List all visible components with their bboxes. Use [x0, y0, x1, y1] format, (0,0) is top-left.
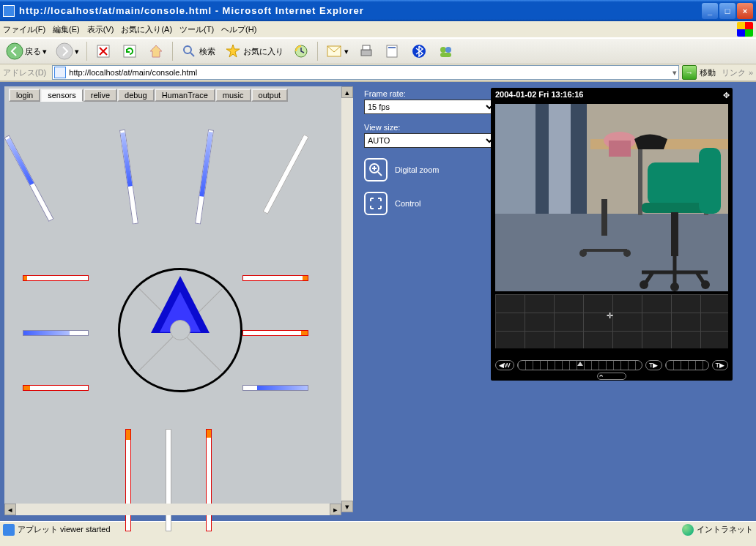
address-bar: アドレス(D) http://localhost/at/main/console…: [0, 64, 756, 82]
home-button[interactable]: [144, 41, 168, 61]
refresh-icon: [121, 42, 138, 60]
maximize-button[interactable]: □: [719, 3, 735, 19]
right-pane: Frame rate: 15 fps View size: AUTO Digit…: [355, 82, 756, 521]
go-label: 移動: [700, 67, 716, 78]
control-button[interactable]: [364, 192, 388, 215]
menu-help[interactable]: ヘルプ(H): [221, 24, 256, 35]
sensor-bar-right-1: [242, 275, 308, 281]
menu-file[interactable]: ファイル(F): [3, 24, 45, 35]
sensor-bar-right-3: [242, 385, 308, 391]
slider-marker-icon: [577, 362, 583, 366]
applet-frame: login sensors relive debug HumanTrace mu…: [4, 86, 341, 512]
edit-button[interactable]: [381, 41, 404, 61]
ie-icon: [3, 5, 15, 17]
camera-pill-button[interactable]: ⌃: [597, 373, 626, 380]
tab-bar: login sensors relive debug HumanTrace mu…: [4, 86, 341, 100]
page-icon: [54, 67, 66, 78]
sensor-bar-top-mid-right: [195, 130, 214, 225]
svg-rect-8: [361, 50, 371, 56]
horizontal-scrollbar[interactable]: ◂ ▸: [4, 504, 341, 515]
svg-rect-32: [642, 203, 706, 213]
forward-button[interactable]: ▾: [53, 41, 82, 61]
ie-status-icon: [3, 524, 15, 536]
zoom-in-icon: [368, 162, 383, 177]
close-button[interactable]: ×: [737, 3, 753, 19]
tele-button-2[interactable]: T▶: [712, 360, 729, 370]
tele-button[interactable]: T▶: [645, 360, 662, 370]
minimize-button[interactable]: _: [702, 3, 718, 19]
status-text: アプレット viewer started: [18, 524, 111, 535]
messenger-icon: [437, 42, 454, 60]
svg-line-17: [378, 172, 382, 176]
view-size-select[interactable]: AUTO: [364, 133, 496, 148]
svg-rect-38: [601, 199, 607, 236]
camera-timestamp: 2004-01-02 Fri 13:16:16: [491, 88, 733, 101]
secondary-slider[interactable]: [665, 360, 709, 370]
wide-button[interactable]: ◀W: [495, 360, 514, 370]
frame-rate-select[interactable]: 15 fps: [364, 100, 496, 114]
back-button[interactable]: 戻る ▾: [3, 41, 50, 61]
messenger-button[interactable]: [434, 41, 457, 61]
url-text: http://localhost/at/main/console.html: [69, 68, 197, 77]
search-button[interactable]: 検索: [177, 41, 218, 61]
mail-button[interactable]: ▾: [322, 41, 352, 61]
crosshair-icon: ✛: [607, 311, 613, 321]
move-icon[interactable]: ✥: [723, 91, 730, 100]
svg-rect-9: [363, 45, 370, 50]
camera-grid[interactable]: [495, 294, 728, 348]
svg-point-39: [579, 250, 587, 257]
digital-zoom-button[interactable]: [364, 158, 388, 182]
menu-edit[interactable]: 編集(E): [53, 24, 80, 35]
history-button[interactable]: [289, 41, 313, 61]
links-label[interactable]: リンク: [722, 67, 746, 78]
svg-rect-25: [571, 104, 587, 214]
search-icon: [180, 42, 198, 60]
svg-point-4: [184, 46, 191, 53]
refresh-button[interactable]: [118, 41, 141, 61]
bluetooth-icon: [410, 42, 428, 60]
svg-point-37: [670, 283, 679, 291]
camera-widget: 2004-01-02 Fri 13:16:16 ✥: [491, 88, 733, 381]
bluetooth-button[interactable]: [407, 41, 431, 61]
menu-tools[interactable]: ツール(T): [179, 24, 214, 35]
svg-point-35: [640, 280, 648, 289]
sensor-bar-bottom-left: [125, 429, 131, 531]
zone-icon: [682, 524, 694, 536]
favorites-label: お気に入り: [243, 46, 284, 57]
svg-rect-23: [536, 104, 549, 214]
back-label: 戻る: [25, 46, 41, 57]
svg-point-40: [623, 250, 631, 257]
sensor-bar-left-2: [23, 330, 89, 336]
favorites-button[interactable]: お気に入り: [221, 41, 286, 61]
back-icon: [6, 42, 23, 60]
forward-icon: [56, 42, 73, 60]
svg-rect-22: [495, 104, 536, 214]
camera-feed: [495, 104, 728, 291]
sensor-bar-top-right: [262, 134, 308, 214]
history-icon: [292, 42, 310, 60]
window-title: http://localhost/at/main/console.html - …: [19, 5, 700, 16]
sensor-bar-right-2: [242, 330, 308, 336]
stop-button[interactable]: [92, 41, 115, 61]
windows-logo-icon: [737, 22, 753, 37]
zone-text: イントラネット: [697, 524, 753, 535]
svg-rect-21: [495, 214, 728, 291]
print-button[interactable]: [355, 41, 378, 61]
url-input[interactable]: http://localhost/at/main/console.html ▾: [52, 65, 679, 80]
vertical-scrollbar[interactable]: ▴ ▾: [341, 86, 353, 512]
digital-zoom-label: Digital zoom: [395, 165, 440, 174]
mail-icon: [325, 42, 343, 60]
expand-icon: [368, 196, 383, 211]
go-button[interactable]: →: [682, 65, 697, 80]
scroll-down-icon[interactable]: ▾: [341, 501, 353, 512]
scroll-up-icon[interactable]: ▴: [341, 86, 353, 98]
svg-point-36: [701, 280, 710, 289]
scroll-right-icon[interactable]: ▸: [330, 504, 341, 515]
direction-dial: [118, 268, 242, 392]
search-label: 検索: [199, 46, 215, 57]
star-icon: [224, 42, 242, 60]
menu-favorites[interactable]: お気に入り(A): [121, 24, 172, 35]
menu-view[interactable]: 表示(V): [87, 24, 114, 35]
svg-point-0: [7, 43, 23, 59]
scroll-left-icon[interactable]: ◂: [4, 504, 16, 515]
